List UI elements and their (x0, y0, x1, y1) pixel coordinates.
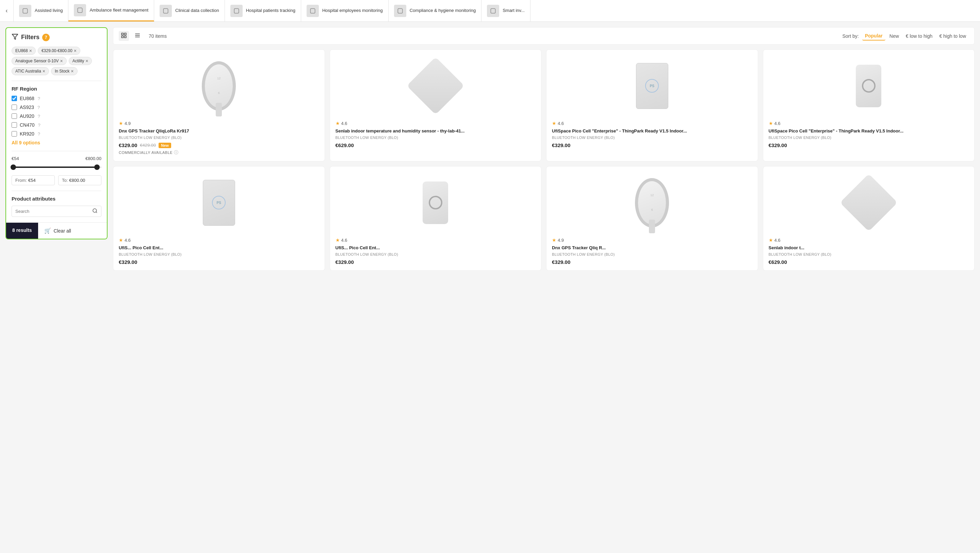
sort-option-popular[interactable]: Popular (862, 32, 885, 40)
sort-option-low-high[interactable]: € low to high (903, 32, 935, 40)
product-protocol-p6: BLUETOOTH LOW ENERGY (BLO) (336, 252, 536, 257)
star-icon: ★ (119, 237, 123, 243)
range-thumb-right[interactable] (94, 164, 100, 170)
product-name-p6: UfiS... Pico Cell Ent... (336, 245, 536, 251)
product-protocol-p1: BLUETOOTH LOW ENERGY (BLO) (119, 135, 319, 140)
filter-tag-analogue-sensor[interactable]: Analogue Sensor 0-10V× (11, 57, 67, 65)
rf-option-eu868[interactable]: EU868 ? (11, 96, 102, 101)
product-price-p3: €329.00 (552, 142, 752, 148)
filter-tag-eu868[interactable]: EU868× (11, 47, 36, 55)
nav-item-smart-inv[interactable]: Smart inv... (482, 0, 530, 21)
nav-item-clinical-data[interactable]: Clinical data collection (154, 0, 225, 21)
product-rating-p7: ★4.9 (552, 237, 752, 243)
search-icon[interactable] (92, 208, 98, 215)
price-current-p7: €329.00 (552, 259, 570, 265)
product-card-p6[interactable]: ★4.6 UfiS... Pico Cell Ent... BLUETOOTH … (330, 166, 542, 271)
product-card-p2[interactable]: ★4.6 Senlab indoor temperature and humid… (330, 49, 542, 161)
product-name-p3: UfiSpace Pico Cell "Enterprise" - ThingP… (552, 128, 752, 134)
price-current-p4: €329.00 (769, 142, 787, 148)
grid-view-button[interactable] (119, 31, 129, 41)
sort-option-new[interactable]: New (887, 32, 902, 40)
checkbox-cn470[interactable] (11, 122, 17, 128)
nav-item-hospital-patients[interactable]: Hospital patients tracking (225, 0, 301, 21)
product-attributes-search[interactable] (11, 206, 102, 217)
price-range-slider[interactable] (11, 164, 102, 171)
checkbox-as923[interactable] (11, 105, 17, 110)
filter-tag-label: In Stock (55, 69, 69, 73)
help-icon-cn470[interactable]: ? (38, 123, 40, 128)
filter-tag-remove[interactable]: × (29, 48, 32, 53)
svg-rect-3 (234, 8, 239, 13)
price-to-input[interactable]: To: (58, 175, 102, 185)
rating-value: 4.6 (558, 121, 564, 126)
product-card-p3[interactable]: PS ★4.6 UfiSpace Pico Cell "Enterprise" … (546, 49, 758, 161)
product-card-p1[interactable]: 126 ★4.9 Dnx GPS Tracker QliqLoRa Kr917 … (113, 49, 325, 161)
nav-item-label-clinical-data: Clinical data collection (175, 8, 219, 14)
range-thumb-left[interactable] (11, 164, 16, 170)
svg-rect-1 (78, 8, 82, 12)
price-current-p5: €329.00 (119, 259, 137, 265)
rating-value: 4.6 (341, 238, 347, 243)
rf-option-au920[interactable]: AU920 ? (11, 113, 102, 119)
nav-item-ambulance-fleet[interactable]: Ambulance fleet management (68, 0, 154, 21)
sort-option-high-low[interactable]: € high to low (937, 32, 969, 40)
results-count: 8 results (6, 223, 38, 239)
help-icon-au920[interactable]: ? (38, 114, 40, 119)
nav-item-compliance-hygiene[interactable]: Compliance & hygiene monitoring (388, 0, 482, 21)
product-rating-p1: ★4.9 (119, 121, 319, 126)
help-icon-eu868[interactable]: ? (38, 96, 40, 101)
product-image-p7: 126 (552, 172, 752, 233)
clear-all-button[interactable]: 🛒 Clear all (38, 223, 107, 239)
nav-item-hospital-employees[interactable]: Hospital employees monitoring (301, 0, 388, 21)
product-card-p5[interactable]: PS ★4.6 UfiS... Pico Cell Ent... BLUETOO… (113, 166, 325, 271)
help-icon-as923[interactable]: ? (37, 105, 40, 110)
price-current-p6: €329.00 (336, 259, 354, 265)
nav-item-assisted-living[interactable]: Assisted living (14, 0, 68, 21)
product-image-p8 (769, 172, 969, 233)
product-attributes-input[interactable] (15, 209, 92, 214)
filter-tag-remove[interactable]: × (60, 59, 63, 63)
rf-option-cn470[interactable]: CN470 ? (11, 122, 102, 128)
price-to-field[interactable] (69, 178, 89, 183)
help-icon-kr920[interactable]: ? (38, 131, 40, 137)
price-current-p2: €629.00 (336, 142, 354, 148)
rf-option-as923[interactable]: AS923 ? (11, 105, 102, 110)
product-protocol-p3: BLUETOOTH LOW ENERGY (BLO) (552, 135, 752, 140)
svg-point-8 (93, 209, 97, 212)
filter-tag-remove[interactable]: × (86, 59, 88, 63)
checkbox-kr920[interactable] (11, 131, 17, 137)
product-rating-p3: ★4.6 (552, 121, 752, 126)
product-card-p7[interactable]: 126 ★4.9 Dnx GPS Tracker Qliq R... BLUET… (546, 166, 758, 271)
clipboard-icon (159, 5, 172, 17)
checkbox-eu868[interactable] (11, 96, 17, 101)
filter-tag-atic-australia[interactable]: ATIC Australia× (11, 67, 49, 75)
price-original: €429.00 (140, 143, 156, 148)
price-from-input[interactable]: From: (11, 175, 55, 185)
rf-option-kr920[interactable]: KR920 ? (11, 131, 102, 137)
filter-tag-price-range[interactable]: €329.00-€800.00× (38, 47, 80, 55)
list-view-button[interactable] (132, 31, 143, 41)
filter-tag-actility[interactable]: Actility× (69, 57, 92, 65)
price-to-label: To: (62, 178, 68, 183)
filter-tag-remove[interactable]: × (71, 69, 73, 73)
product-card-p4[interactable]: ★4.6 UfiSpace Pico Cell "Enterprise" - T… (763, 49, 975, 161)
rating-value: 4.6 (341, 121, 347, 126)
product-name-p2: Senlab indoor temperature and humidity s… (336, 128, 536, 134)
star-icon: ★ (552, 237, 556, 243)
product-rating-p6: ★4.6 (336, 237, 536, 243)
product-card-p8[interactable]: ★4.6 Senlab indoor t... BLUETOOTH LOW EN… (763, 166, 975, 271)
filter-tag-in-stock[interactable]: In Stock× (51, 67, 78, 75)
inventory-icon (487, 5, 499, 17)
filter-tag-remove[interactable]: × (74, 48, 76, 53)
sidebar-bottom-bar: 8 results 🛒 Clear all (6, 222, 107, 239)
price-from-field[interactable] (28, 178, 49, 183)
nav-arrow-left[interactable]: ‹ (0, 0, 14, 21)
active-filter-tags: EU868×€329.00-€800.00×Analogue Sensor 0-… (11, 47, 102, 75)
price-min-label: €54 (11, 156, 19, 161)
info-icon[interactable]: ⓘ (174, 150, 179, 156)
filter-tag-remove[interactable]: × (43, 69, 45, 73)
checkbox-au920[interactable] (11, 113, 17, 119)
all-options-link[interactable]: All 9 options (11, 140, 102, 145)
star-icon: ★ (336, 121, 340, 126)
checkbox-label-eu868: EU868 (20, 96, 34, 101)
